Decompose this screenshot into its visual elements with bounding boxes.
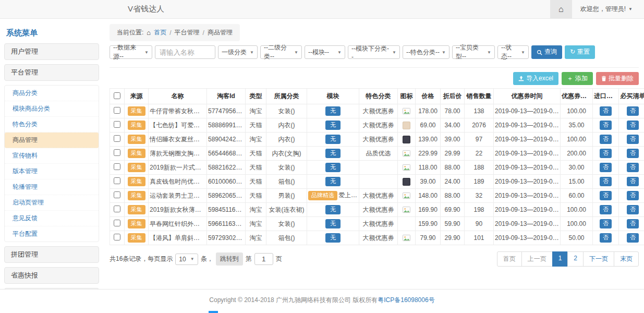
welcome-text: 欢迎您，管理员! [580, 5, 626, 14]
row-checkbox[interactable] [114, 107, 120, 114]
price: 169.90 [416, 203, 441, 217]
select-all-checkbox[interactable] [114, 92, 120, 99]
must-buy-toggle[interactable]: 否 [627, 205, 639, 214]
must-buy-toggle[interactable]: 否 [627, 106, 639, 116]
price: 69.00 [416, 118, 441, 133]
filter-select-data-source[interactable]: --数据来源--▼ [110, 45, 152, 59]
bottom-scrollbar-thumb[interactable] [209, 311, 218, 313]
import-select-toggle[interactable]: 否 [600, 205, 612, 214]
module-badge: 无 [325, 149, 341, 158]
user-menu[interactable]: 欢迎您，管理员! ▼ [580, 0, 633, 18]
breadcrumb-home-link[interactable]: 首页 [154, 28, 166, 37]
sidebar-item-feature-category[interactable]: 特色分类 [5, 117, 99, 133]
icp-link[interactable]: 粤ICP备16098006号 [378, 296, 434, 304]
home-icon[interactable]: ⌂ [550, 0, 572, 18]
filter-select-feature-category[interactable]: --特色分类--▼ [403, 45, 449, 59]
jump-page-input[interactable] [254, 253, 273, 265]
coupon-amount: 35.00 [561, 118, 593, 133]
category: 内衣() [266, 133, 307, 147]
page-button-1[interactable]: 1 [552, 251, 568, 267]
breadcrumb-separator: / [169, 29, 171, 37]
coupon-time: 2019-09-13—2019-09-17 [494, 104, 561, 118]
table-row: 采集情侣睡衣女夏丝绸男士...589042420344淘宝内衣()无大额优惠券1… [110, 133, 644, 147]
page-button-下一页[interactable]: 下一页 [583, 251, 614, 267]
row-checkbox[interactable] [114, 135, 120, 142]
taoke-id: 589620659791 [207, 189, 246, 203]
must-buy-toggle[interactable]: 否 [627, 233, 639, 243]
import-excel-button[interactable]: 导入excel [513, 72, 558, 85]
import-select-toggle[interactable]: 否 [600, 106, 612, 116]
row-checkbox[interactable] [114, 177, 120, 184]
taoke-id: 565446685867 [207, 147, 246, 161]
taoke-id: 601000601341 [207, 175, 246, 189]
sidebar-item-carousel-management[interactable]: 轮播管理 [5, 179, 99, 195]
sidebar-item-goods-category[interactable]: 商品分类 [5, 86, 99, 101]
must-buy-toggle[interactable]: 否 [627, 149, 639, 158]
refresh-icon: ↻ [570, 49, 575, 55]
sidebar-item-promo-materials[interactable]: 宣传物料 [5, 148, 99, 164]
sidebar-item-groupbuy-management[interactable]: 拼团管理 [4, 246, 99, 263]
import-select-toggle[interactable]: 否 [600, 177, 612, 186]
feature-category: 大额优惠券 [359, 217, 398, 231]
filter-select-level2-category[interactable]: --二级分类--▼ [260, 45, 302, 59]
import-select-toggle[interactable]: 否 [600, 135, 612, 144]
breadcrumb-label: 当前位置: [117, 28, 143, 37]
row-checkbox[interactable] [114, 149, 120, 156]
sidebar-item-version-management[interactable]: 版本管理 [5, 164, 99, 179]
page-button-首页[interactable]: 首页 [497, 251, 522, 267]
name-filter-input[interactable] [155, 45, 215, 59]
product-name: 【港风】单肩斜跨链条... [149, 231, 207, 245]
jump-button[interactable]: 跳转到 [216, 252, 243, 266]
import-select-toggle[interactable]: 否 [600, 149, 612, 158]
import-select-toggle[interactable]: 否 [600, 191, 612, 200]
row-checkbox[interactable] [114, 220, 120, 226]
sales-count: 138 [465, 104, 494, 118]
filter-select-item-type[interactable]: --宝贝类型--▼ [452, 45, 495, 59]
sidebar-item-shenghui-express[interactable]: 省惠快报 [4, 267, 99, 284]
filter-select-module-sub-category[interactable]: --模块下分类--▼ [348, 45, 400, 59]
batch-delete-button[interactable]: 批量删除 [596, 72, 639, 85]
sidebar-item-platform-management[interactable]: 平台管理 [4, 64, 99, 81]
sidebar-item-goods-management[interactable]: 商品管理 [5, 133, 99, 148]
filter-select-module[interactable]: --模块--▼ [305, 45, 345, 59]
filter-select-level1-category[interactable]: 一级分类▼ [218, 45, 258, 59]
row-checkbox[interactable] [114, 206, 120, 212]
must-buy-toggle[interactable]: 否 [627, 219, 639, 228]
page-button-上一页[interactable]: 上一页 [521, 251, 553, 267]
import-select-toggle[interactable]: 否 [600, 121, 612, 130]
filter-select-status[interactable]: --状态--▼ [497, 45, 529, 59]
row-checkbox[interactable] [114, 191, 120, 198]
col-header-2: 淘客Id [207, 89, 246, 104]
page-button-2[interactable]: 2 [567, 251, 584, 267]
category: 男装() [266, 189, 307, 203]
must-buy-toggle[interactable]: 否 [627, 135, 639, 144]
must-buy-toggle[interactable]: 否 [627, 191, 639, 200]
sidebar-item-platform-config[interactable]: 平台配置 [5, 226, 99, 242]
must-buy-toggle[interactable]: 否 [627, 121, 639, 130]
sidebar-item-user-management[interactable]: 用户管理 [4, 43, 99, 60]
page-button-末页[interactable]: 末页 [614, 251, 639, 267]
must-buy-toggle[interactable]: 否 [627, 163, 639, 172]
add-button[interactable]: ＋ 添加 [562, 72, 593, 85]
sidebar-item-splash-management[interactable]: 启动页管理 [5, 195, 99, 211]
sidebar-item-feedback[interactable]: 意见反馈 [5, 211, 99, 226]
reset-button[interactable]: ↻ 重置 [565, 45, 595, 58]
page-footer: Copyright © 2014-2018 广州九驰网络科技有限公司 版权所有粤… [0, 289, 644, 313]
import-select-toggle[interactable]: 否 [600, 219, 612, 228]
import-select-toggle[interactable]: 否 [600, 163, 612, 172]
col-header-5: 模块 [307, 89, 359, 104]
must-buy-toggle[interactable]: 否 [627, 177, 639, 186]
import-select-toggle[interactable]: 否 [600, 233, 612, 243]
row-checkbox[interactable] [114, 234, 120, 240]
search-button[interactable]: 查询 [531, 45, 562, 58]
sidebar-item-module-goods-category[interactable]: 模块商品分类 [5, 101, 99, 117]
table-row: 采集薄款无钢圈文胸聚拢性...565446685867天猫内衣(文胸)无品质优选… [110, 147, 644, 161]
category: 内衣(文胸) [266, 147, 307, 161]
page-size-select[interactable]: 10 ▼ [175, 254, 198, 265]
row-checkbox[interactable] [114, 121, 120, 128]
price: 139.00 [416, 133, 441, 147]
coupon-time: 2019-09-13—2019-09-17 [494, 203, 561, 217]
taoke-id: 588869917501 [207, 118, 246, 133]
row-checkbox[interactable] [114, 163, 120, 170]
sales-count: 22 [465, 147, 494, 161]
